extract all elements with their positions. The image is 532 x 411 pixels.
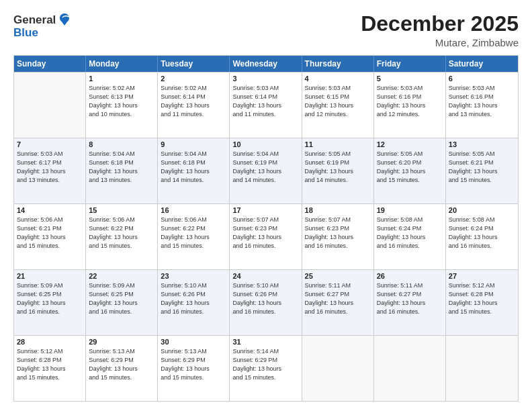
cell-line: Sunset: 6:25 PM (89, 290, 154, 299)
logo-general: General (13, 14, 56, 26)
day-number: 3 (232, 75, 298, 83)
cell-line: Daylight: 13 hours (89, 167, 154, 176)
cell-line: Sunset: 6:23 PM (232, 224, 298, 233)
cell-line: and 13 minutes. (17, 176, 83, 185)
calendar-cell: 10Sunrise: 5:04 AMSunset: 6:19 PMDayligh… (230, 138, 302, 203)
day-number: 23 (161, 272, 226, 280)
day-number: 14 (17, 206, 83, 214)
cell-line: and 14 minutes. (161, 176, 226, 185)
cell-line: Daylight: 13 hours (17, 233, 83, 242)
day-number: 13 (449, 140, 515, 148)
calendar-cell: 2Sunrise: 5:02 AMSunset: 6:14 PMDaylight… (158, 73, 230, 138)
cell-line: Sunrise: 5:03 AM (17, 150, 83, 158)
cell-line: Sunset: 6:22 PM (161, 224, 226, 233)
calendar-row-4: 21Sunrise: 5:09 AMSunset: 6:25 PMDayligh… (14, 269, 518, 335)
day-number: 5 (377, 75, 443, 83)
calendar-cell: 19Sunrise: 5:08 AMSunset: 6:24 PMDayligh… (374, 204, 446, 269)
cell-line: Sunset: 6:29 PM (232, 356, 298, 365)
cell-line: and 15 minutes. (89, 373, 154, 382)
day-number: 18 (305, 206, 371, 214)
cell-line: Daylight: 13 hours (161, 299, 226, 308)
location: Mutare, Zimbabwe (361, 37, 519, 48)
calendar-cell (374, 336, 446, 401)
cell-line: and 13 minutes. (449, 110, 515, 119)
cell-line: Sunrise: 5:04 AM (232, 150, 298, 158)
calendar-cell: 6Sunrise: 5:03 AMSunset: 6:16 PMDaylight… (446, 73, 518, 138)
day-number: 19 (377, 206, 443, 214)
cell-line: Sunset: 6:17 PM (17, 158, 83, 167)
cell-line: Sunrise: 5:04 AM (161, 150, 226, 158)
cell-line: and 14 minutes. (232, 176, 298, 185)
cell-line: Sunset: 6:14 PM (161, 93, 226, 101)
cell-line: Daylight: 13 hours (305, 299, 371, 308)
cell-line: and 15 minutes. (232, 373, 298, 382)
cell-line: Daylight: 13 hours (89, 365, 154, 373)
day-number: 2 (161, 75, 226, 83)
day-number: 4 (305, 75, 371, 83)
calendar-cell: 15Sunrise: 5:06 AMSunset: 6:22 PMDayligh… (86, 204, 158, 269)
calendar-cell: 3Sunrise: 5:03 AMSunset: 6:14 PMDaylight… (230, 73, 302, 138)
calendar-cell: 8Sunrise: 5:04 AMSunset: 6:18 PMDaylight… (86, 138, 158, 203)
cell-line: Sunrise: 5:02 AM (161, 84, 226, 93)
cell-line: Sunset: 6:28 PM (449, 290, 515, 299)
day-number: 21 (17, 272, 83, 280)
cell-line: Sunrise: 5:08 AM (449, 216, 515, 224)
cell-line: and 16 minutes. (377, 242, 443, 250)
calendar-cell: 20Sunrise: 5:08 AMSunset: 6:24 PMDayligh… (446, 204, 518, 269)
header: General Blue December 2025 Mutare, Zimba… (13, 12, 519, 48)
cell-line: Daylight: 13 hours (377, 233, 443, 242)
day-number: 12 (377, 140, 443, 148)
day-number: 30 (161, 338, 226, 346)
header-day-sunday: Sunday (14, 56, 86, 72)
cell-line: Sunrise: 5:05 AM (377, 150, 443, 158)
day-number: 31 (232, 338, 298, 346)
cell-line: Sunrise: 5:05 AM (449, 150, 515, 158)
cell-line: Sunset: 6:24 PM (377, 224, 443, 233)
cell-line: Sunrise: 5:03 AM (305, 84, 371, 93)
cell-line: Daylight: 13 hours (232, 299, 298, 308)
cell-line: Sunset: 6:28 PM (17, 356, 83, 365)
cell-line: and 12 minutes. (377, 110, 443, 119)
cell-line: Daylight: 13 hours (17, 299, 83, 308)
calendar-cell: 7Sunrise: 5:03 AMSunset: 6:17 PMDaylight… (14, 138, 86, 203)
header-day-saturday: Saturday (446, 56, 518, 72)
day-number: 16 (161, 206, 226, 214)
cell-line: Sunset: 6:24 PM (449, 224, 515, 233)
cell-line: Sunrise: 5:14 AM (232, 347, 298, 356)
cell-line: Daylight: 13 hours (89, 101, 154, 110)
day-number: 22 (89, 272, 154, 280)
day-number: 9 (161, 140, 226, 148)
cell-line: and 16 minutes. (17, 308, 83, 316)
cell-line: and 15 minutes. (161, 373, 226, 382)
cell-line: Daylight: 13 hours (17, 365, 83, 373)
cell-line: Sunrise: 5:12 AM (449, 281, 515, 290)
calendar-cell: 4Sunrise: 5:03 AMSunset: 6:15 PMDaylight… (302, 73, 374, 138)
cell-line: Sunrise: 5:03 AM (232, 84, 298, 93)
cell-line: Daylight: 13 hours (449, 299, 515, 308)
cell-line: and 15 minutes. (449, 176, 515, 185)
cell-line: and 16 minutes. (449, 242, 515, 250)
calendar-cell: 28Sunrise: 5:12 AMSunset: 6:28 PMDayligh… (14, 336, 86, 401)
calendar-cell: 1Sunrise: 5:02 AMSunset: 6:13 PMDaylight… (86, 73, 158, 138)
calendar-cell: 17Sunrise: 5:07 AMSunset: 6:23 PMDayligh… (230, 204, 302, 269)
calendar-row-2: 7Sunrise: 5:03 AMSunset: 6:17 PMDaylight… (14, 138, 518, 203)
calendar-cell: 27Sunrise: 5:12 AMSunset: 6:28 PMDayligh… (446, 270, 518, 335)
cell-line: and 12 minutes. (305, 110, 371, 119)
cell-line: Sunrise: 5:06 AM (17, 216, 83, 224)
day-number: 6 (449, 75, 515, 83)
cell-line: Daylight: 13 hours (161, 365, 226, 373)
cell-line: Sunset: 6:29 PM (161, 356, 226, 365)
day-number: 17 (232, 206, 298, 214)
cell-line: Sunset: 6:16 PM (377, 93, 443, 101)
cell-line: Daylight: 13 hours (161, 233, 226, 242)
cell-line: and 16 minutes. (377, 308, 443, 316)
day-number: 15 (89, 206, 154, 214)
cell-line: Daylight: 13 hours (232, 167, 298, 176)
calendar-cell: 14Sunrise: 5:06 AMSunset: 6:21 PMDayligh… (14, 204, 86, 269)
cell-line: Sunset: 6:21 PM (17, 224, 83, 233)
calendar-cell: 13Sunrise: 5:05 AMSunset: 6:21 PMDayligh… (446, 138, 518, 203)
cell-line: Daylight: 13 hours (377, 167, 443, 176)
cell-line: Daylight: 13 hours (232, 101, 298, 110)
calendar-cell: 29Sunrise: 5:13 AMSunset: 6:29 PMDayligh… (86, 336, 158, 401)
cell-line: Sunset: 6:16 PM (449, 93, 515, 101)
